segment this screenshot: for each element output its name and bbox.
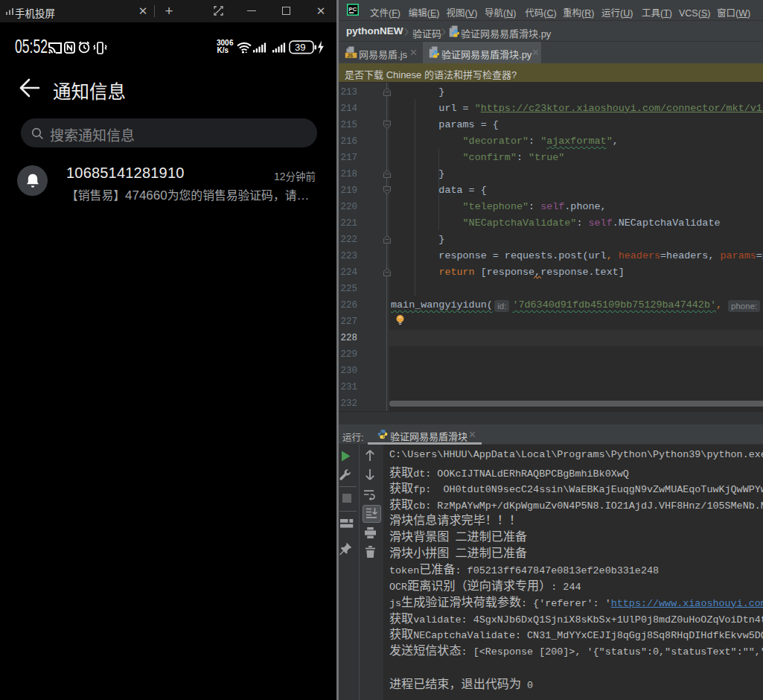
svg-text:PC: PC [349, 6, 357, 13]
svg-text:JS: JS [347, 53, 354, 58]
svg-text:05:52: 05:52 [15, 36, 48, 57]
svg-text:39: 39 [295, 42, 305, 53]
